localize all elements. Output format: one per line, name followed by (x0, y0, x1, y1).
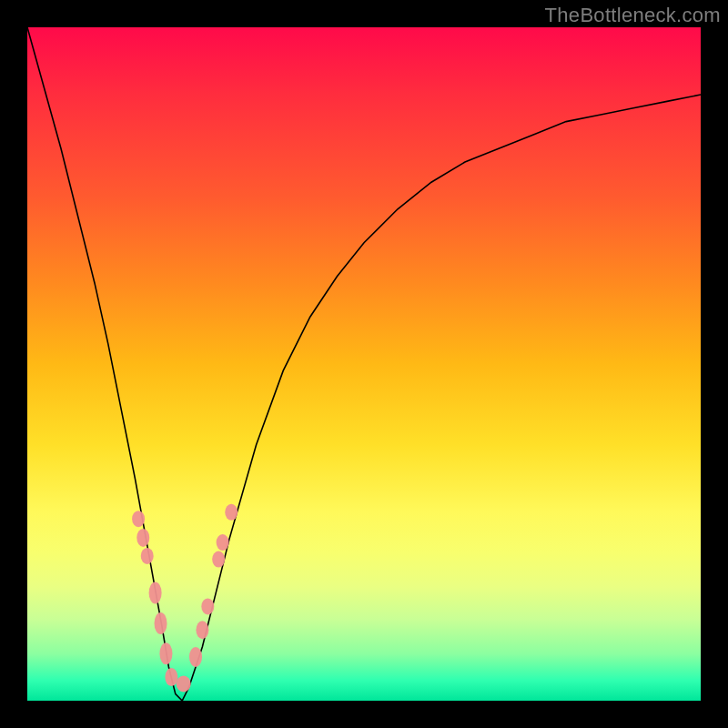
data-marker (136, 529, 149, 547)
data-marker (177, 676, 191, 693)
data-marker (149, 582, 162, 604)
data-marker (165, 668, 177, 686)
data-marker (225, 504, 238, 521)
bottleneck-curve (27, 27, 701, 701)
watermark-text: TheBottleneck.com (545, 4, 721, 27)
data-marker (141, 548, 154, 564)
data-marker (201, 598, 214, 614)
plot-area (27, 27, 701, 701)
data-marker (212, 551, 225, 568)
data-marker (196, 621, 208, 639)
marker-layer (132, 504, 238, 693)
data-marker (189, 647, 202, 667)
chart-frame: TheBottleneck.com (0, 0, 728, 728)
data-marker (217, 534, 229, 551)
data-marker (155, 612, 167, 634)
data-marker (159, 642, 172, 664)
data-marker (132, 511, 145, 527)
curve-layer (27, 27, 701, 701)
